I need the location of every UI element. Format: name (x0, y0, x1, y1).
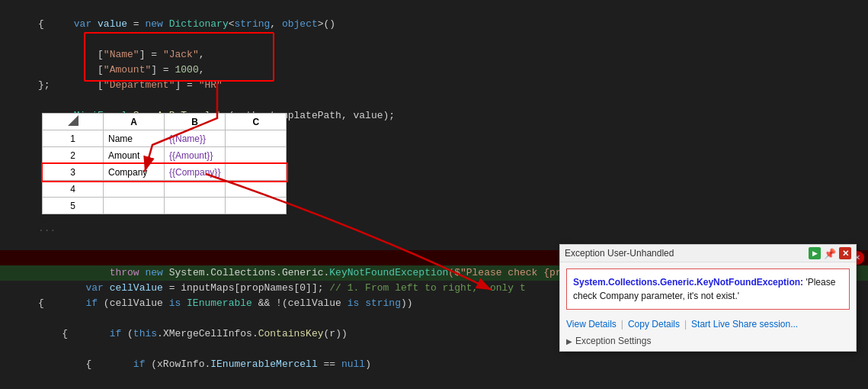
svg-marker-0 (68, 115, 78, 126)
popup-pin-button[interactable]: 📌 (824, 247, 836, 259)
share-session-link[interactable]: Start Live Share session... (691, 319, 798, 330)
code-line-6: }; (0, 78, 868, 93)
excel-header-row: A B C (43, 114, 287, 130)
excel-row-1: 1 Name {{Name}} (43, 130, 287, 147)
exception-popup: Exception User-Unhandled ▶ 📌 ✕ System.Co… (559, 244, 857, 352)
popup-close-button[interactable]: ✕ (839, 247, 851, 259)
excel-spreadsheet: A B C 1 Name {{Name}} 2 Amount {{Amount}… (42, 113, 287, 214)
separator-2: | (684, 319, 687, 330)
popup-exception-type: System.Collections.Generic.KeyNotFoundEx… (573, 277, 803, 288)
excel-row-5: 5 (43, 198, 287, 214)
code-line-7: MiniExcel.SaveAsByTemplate(path, templat… (0, 93, 868, 108)
popup-actions: View Details | Copy Details | Start Live… (560, 316, 856, 334)
excel-row-4: 4 (43, 181, 287, 198)
settings-arrow-icon: ▶ (566, 337, 572, 346)
code-line-5: ["Department"] = "HR" (0, 63, 868, 78)
popup-run-button[interactable]: ▶ (809, 247, 821, 259)
excel-row-3: 3 Company {{Company}} (43, 164, 287, 181)
code-line-ellipsis: ... (0, 221, 868, 235)
settings-label: Exception Settings (575, 336, 651, 346)
code-editor: var value = new Dictionary<string, objec… (0, 0, 868, 389)
code-line-assign-mercell: xRowInfo.IEnumerableMercell = this.XMerg… (0, 372, 868, 387)
code-line-2: { (0, 17, 868, 32)
copy-details-link[interactable]: Copy Details (628, 319, 680, 330)
exception-settings[interactable]: ▶ Exception Settings (560, 334, 856, 351)
view-details-link[interactable]: View Details (566, 319, 617, 330)
popup-error-box: System.Collections.Generic.KeyNotFoundEx… (566, 268, 850, 310)
popup-titlebar-icons: ▶ 📌 ✕ (809, 247, 851, 259)
popup-title: Exception User-Unhandled (565, 248, 674, 259)
popup-titlebar: Exception User-Unhandled ▶ 📌 ✕ (560, 245, 856, 262)
code-line-3: ["Name"] = "Jack", (0, 32, 868, 47)
code-line-1: var value = new Dictionary<string, objec… (0, 2, 868, 17)
separator-1: | (621, 319, 623, 330)
excel-row-2: 2 Amount {{Amount}} (43, 147, 287, 164)
code-line-4: ["Amount"] = 1000, (0, 47, 868, 63)
code-line-open-brace3: { (0, 357, 868, 372)
